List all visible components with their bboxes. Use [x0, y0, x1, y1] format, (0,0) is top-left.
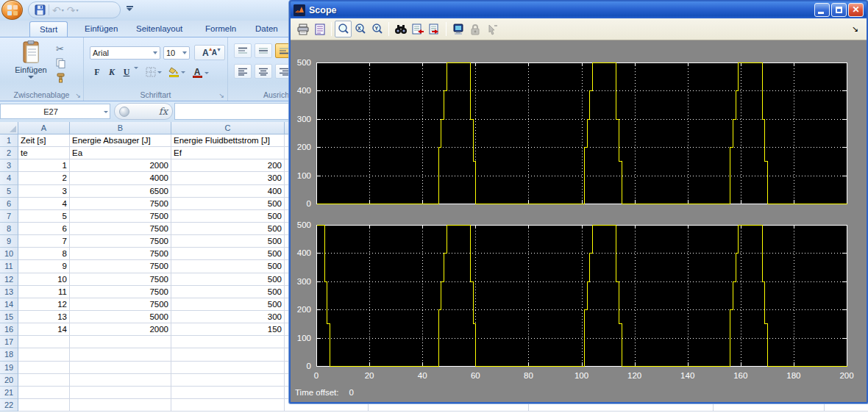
- cell[interactable]: 500: [171, 298, 285, 311]
- paste-button[interactable]: Einfügen: [12, 40, 50, 92]
- format-painter-icon[interactable]: [56, 71, 78, 85]
- save-icon[interactable]: [35, 3, 46, 17]
- cell[interactable]: 500: [171, 223, 285, 235]
- cell[interactable]: [70, 336, 171, 348]
- row-header-22[interactable]: 22: [0, 399, 18, 412]
- cell[interactable]: [18, 336, 70, 348]
- zoom-x-icon[interactable]: X: [352, 21, 369, 37]
- cell[interactable]: 300: [171, 311, 285, 323]
- underline-button[interactable]: U: [121, 67, 132, 78]
- cell[interactable]: 2000: [70, 323, 171, 336]
- cell[interactable]: 1: [18, 159, 70, 172]
- cell[interactable]: [18, 387, 70, 399]
- redo-icon[interactable]: ↷▾: [67, 3, 79, 17]
- minimize-button[interactable]: [814, 3, 830, 17]
- row-header-7[interactable]: 7: [0, 210, 18, 223]
- scope-title-bar[interactable]: Scope ✕: [291, 1, 867, 18]
- cell[interactable]: [171, 336, 285, 348]
- align-left-button[interactable]: [234, 64, 252, 79]
- align-top-button[interactable]: [234, 43, 252, 58]
- cell[interactable]: 7500: [70, 198, 171, 210]
- bold-button[interactable]: F: [91, 67, 103, 78]
- tab-seitenlayout[interactable]: Seitenlayout: [127, 21, 192, 37]
- cell[interactable]: 2: [18, 172, 70, 184]
- row-header-18[interactable]: 18: [0, 348, 18, 361]
- close-button[interactable]: ✕: [848, 3, 864, 17]
- cell[interactable]: [171, 362, 285, 374]
- cell[interactable]: 10: [18, 273, 70, 286]
- cell[interactable]: 7500: [70, 273, 171, 286]
- select-all-corner[interactable]: [0, 122, 18, 134]
- font-size-combo[interactable]: 10: [163, 46, 190, 60]
- autoscale-icon[interactable]: [392, 21, 409, 37]
- row-header-9[interactable]: 9: [0, 235, 18, 248]
- cell[interactable]: [70, 387, 171, 399]
- cell[interactable]: 12: [18, 298, 70, 311]
- row-header-14[interactable]: 14: [0, 298, 18, 311]
- cell[interactable]: [18, 399, 70, 412]
- customize-quick-access-icon[interactable]: [125, 4, 137, 16]
- cell[interactable]: [171, 387, 285, 399]
- shrink-font-button[interactable]: A▼: [212, 49, 217, 57]
- cell[interactable]: 4: [18, 198, 70, 210]
- restore-axes-icon[interactable]: [426, 21, 443, 37]
- floating-scope-icon[interactable]: [449, 21, 466, 37]
- row-header-1[interactable]: 1: [0, 134, 18, 147]
- row-header-12[interactable]: 12: [0, 273, 18, 286]
- align-middle-button[interactable]: [255, 43, 272, 58]
- scope-axes[interactable]: 0100200300400500010020030040050002040608…: [291, 40, 867, 402]
- print-icon[interactable]: [294, 21, 311, 37]
- fill-color-button[interactable]: [166, 67, 187, 78]
- cell[interactable]: 7500: [70, 260, 171, 273]
- borders-button[interactable]: [144, 67, 163, 77]
- row-header-2[interactable]: 2: [0, 147, 18, 159]
- cell[interactable]: 3: [18, 185, 70, 198]
- cell[interactable]: 500: [171, 235, 285, 248]
- office-button[interactable]: [1, 0, 23, 20]
- zoom-icon[interactable]: [335, 21, 352, 37]
- signal-selection-icon[interactable]: [483, 21, 500, 37]
- cell[interactable]: 8: [18, 248, 70, 260]
- cell[interactable]: [171, 374, 285, 387]
- row-header-20[interactable]: 20: [0, 374, 18, 387]
- cell[interactable]: 500: [171, 248, 285, 260]
- cell[interactable]: 7500: [70, 210, 171, 223]
- cell[interactable]: [70, 399, 171, 412]
- cell[interactable]: [171, 348, 285, 361]
- cell[interactable]: 4000: [70, 172, 171, 184]
- cell[interactable]: 13: [18, 311, 70, 323]
- cell[interactable]: 6: [18, 223, 70, 235]
- cell[interactable]: 7500: [70, 223, 171, 235]
- cell[interactable]: 7500: [70, 286, 171, 298]
- name-box[interactable]: E27: [0, 104, 110, 119]
- cell[interactable]: Ea: [70, 147, 171, 159]
- chevron-down-icon[interactable]: [101, 109, 110, 113]
- cell[interactable]: [70, 362, 171, 374]
- grow-font-button[interactable]: A▲: [202, 48, 209, 58]
- cell[interactable]: 200: [171, 159, 285, 172]
- cell[interactable]: 5: [18, 210, 70, 223]
- cell[interactable]: 6500: [70, 185, 171, 198]
- undo-icon[interactable]: ↶▾: [52, 3, 64, 17]
- cell[interactable]: 500: [171, 260, 285, 273]
- cell[interactable]: 14: [18, 323, 70, 336]
- row-header-10[interactable]: 10: [0, 248, 18, 260]
- row-header-13[interactable]: 13: [0, 286, 18, 298]
- cell[interactable]: [18, 362, 70, 374]
- cell[interactable]: 5000: [70, 311, 171, 323]
- cell[interactable]: Energie Fluidbettstrom [J]: [171, 134, 285, 147]
- cell[interactable]: 7: [18, 235, 70, 248]
- cell[interactable]: [18, 374, 70, 387]
- cell[interactable]: te: [18, 147, 70, 159]
- cell[interactable]: [171, 399, 285, 412]
- parameters-icon[interactable]: [311, 21, 328, 37]
- cell[interactable]: 500: [171, 273, 285, 286]
- row-header-3[interactable]: 3: [0, 159, 18, 172]
- row-header-16[interactable]: 16: [0, 323, 18, 336]
- column-header-a[interactable]: A: [18, 122, 70, 134]
- tab-start[interactable]: Start: [29, 21, 68, 37]
- copy-icon[interactable]: [56, 57, 78, 70]
- cell[interactable]: [70, 348, 171, 361]
- row-header-21[interactable]: 21: [0, 387, 18, 399]
- cell[interactable]: [70, 374, 171, 387]
